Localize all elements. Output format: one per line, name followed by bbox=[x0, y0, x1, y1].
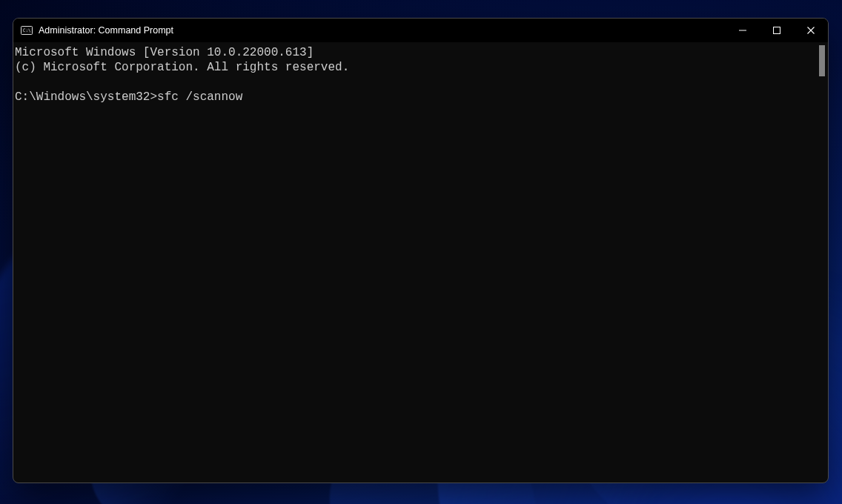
svg-rect-3 bbox=[774, 27, 780, 34]
terminal-output[interactable]: Microsoft Windows [Version 10.0.22000.61… bbox=[13, 42, 828, 483]
maximize-icon bbox=[773, 27, 780, 34]
minimize-icon bbox=[739, 27, 746, 34]
scrollbar-thumb[interactable] bbox=[819, 45, 825, 76]
command-prompt-window: C:\ Administrator: Command Prompt bbox=[13, 18, 829, 483]
close-button[interactable] bbox=[794, 19, 828, 42]
maximize-button[interactable] bbox=[760, 19, 794, 42]
scrollbar-track[interactable] bbox=[819, 45, 826, 480]
typed-command[interactable]: sfc /scannow bbox=[157, 90, 242, 104]
output-line-version: Microsoft Windows [Version 10.0.22000.61… bbox=[15, 46, 314, 59]
terminal-area[interactable]: Microsoft Windows [Version 10.0.22000.61… bbox=[13, 42, 828, 483]
prompt-line: C:\Windows\system32>sfc /scannow bbox=[15, 90, 242, 104]
svg-text:C:\: C:\ bbox=[23, 27, 31, 33]
prompt-path: C:\Windows\system32> bbox=[15, 90, 157, 104]
cmd-app-icon: C:\ bbox=[21, 24, 33, 36]
window-title: Administrator: Command Prompt bbox=[39, 25, 173, 36]
output-line-copyright: (c) Microsoft Corporation. All rights re… bbox=[15, 61, 349, 74]
titlebar[interactable]: C:\ Administrator: Command Prompt bbox=[13, 19, 828, 42]
minimize-button[interactable] bbox=[726, 19, 760, 42]
window-controls bbox=[726, 19, 828, 42]
title-left: C:\ Administrator: Command Prompt bbox=[13, 24, 726, 36]
svg-rect-2 bbox=[739, 30, 746, 31]
close-icon bbox=[807, 27, 815, 34]
